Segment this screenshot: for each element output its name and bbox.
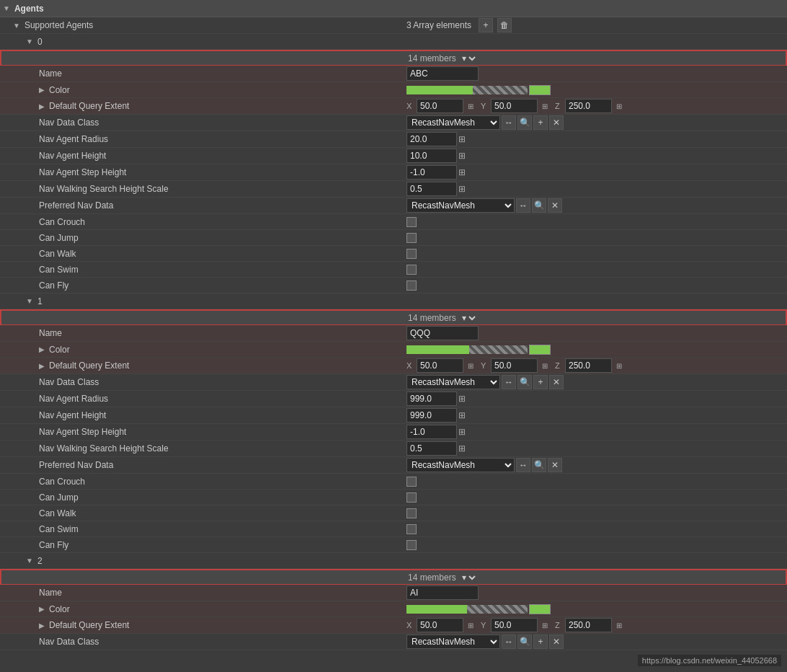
agent-0-nav-step-input[interactable] (406, 165, 457, 180)
agent-1-extent-expand-icon[interactable]: ▶ (39, 362, 45, 370)
agent-1-nav-height-expand-icon[interactable]: ⊞ (457, 410, 467, 420)
agent-2-color-swatch[interactable] (529, 604, 551, 614)
agent-0-z-input[interactable] (565, 99, 612, 113)
agent-0-nav-data-add-icon[interactable]: + (533, 115, 548, 130)
add-element-button[interactable]: + (479, 18, 493, 32)
agent-0-x-expand-icon[interactable]: ⊞ (466, 102, 475, 110)
agent-1-y-input[interactable] (491, 358, 538, 373)
agent-0-y-input[interactable] (491, 99, 538, 113)
agent-2-collapse-icon[interactable]: ▼ (26, 557, 33, 565)
agent-1-z-input[interactable] (565, 358, 612, 373)
agent-0-extent-xyz: X ⊞ Y ⊞ Z ⊞ (406, 99, 623, 113)
agent-1-can-jump-checkbox[interactable] (406, 492, 417, 503)
agent-0-nav-step-expand-icon[interactable]: ⊞ (457, 167, 467, 177)
agent-1-preferred-nav-search-icon[interactable]: 🔍 (532, 458, 546, 472)
agent-0-z-expand-icon[interactable]: ⊞ (615, 102, 623, 110)
agent-2-nav-data-class-select[interactable]: RecastNavMesh (406, 635, 500, 649)
agent-0-nav-data-class-select[interactable]: RecastNavMesh (406, 115, 500, 130)
agent-1-nav-walking-input[interactable] (406, 441, 457, 456)
agent-0-members-dropdown[interactable]: ▾ (459, 53, 478, 64)
agent-1-can-jump-row: Can Jump (0, 490, 787, 505)
supported-agents-collapse-icon[interactable]: ▼ (13, 22, 20, 30)
agent-1-y-expand-icon[interactable]: ⊞ (541, 362, 549, 370)
agent-1-can-crouch-checkbox[interactable] (406, 477, 417, 487)
agent-1-preferred-nav-clear-icon[interactable]: ✕ (548, 458, 562, 472)
agent-1-can-fly-row: Can Fly (0, 537, 787, 553)
agent-2-nav-data-search-icon[interactable]: 🔍 (517, 635, 532, 649)
agent-1-nav-radius-expand-icon[interactable]: ⊞ (457, 394, 467, 404)
agent-0-x-input[interactable] (417, 99, 463, 113)
agent-1-nav-data-arrow-icon[interactable]: ↔ (502, 375, 516, 389)
agent-2-color-expand-icon[interactable]: ▶ (39, 605, 45, 613)
agent-1-can-walk-checkbox[interactable] (406, 508, 417, 518)
agent-0-y-expand-icon[interactable]: ⊞ (541, 102, 549, 110)
agent-1-can-fly-checkbox[interactable] (406, 540, 417, 550)
agent-1-preferred-nav-select[interactable]: RecastNavMesh (406, 458, 515, 472)
agent-2-color-bar[interactable] (406, 603, 551, 616)
agent-0-color-swatch[interactable] (529, 85, 551, 95)
agent-0-can-fly-checkbox[interactable] (406, 280, 417, 291)
agent-0-color-expand-icon[interactable]: ▶ (39, 86, 45, 94)
agent-0-nav-height-expand-icon[interactable]: ⊞ (457, 151, 467, 161)
agent-1-nav-data-clear-icon[interactable]: ✕ (549, 375, 564, 389)
agent-0-preferred-nav-arrow-icon[interactable]: ↔ (516, 198, 530, 213)
agent-1-nav-data-class-select[interactable]: RecastNavMesh (406, 375, 500, 389)
agent-2-nav-data-add-icon[interactable]: + (533, 635, 548, 649)
agent-0-nav-walking-input[interactable] (406, 182, 457, 196)
agents-collapse-icon[interactable]: ▼ (3, 4, 10, 12)
agent-1-nav-walking-expand-icon[interactable]: ⊞ (457, 443, 467, 454)
agent-0-preferred-nav-select[interactable]: RecastNavMesh (406, 198, 515, 213)
agent-2-nav-data-clear-icon[interactable]: ✕ (549, 635, 564, 649)
agent-1-nav-data-search-icon[interactable]: 🔍 (517, 375, 532, 389)
agent-2-extent-label: Default Query Extent (49, 620, 129, 630)
agent-1-members-label: 14 members (408, 313, 456, 323)
agent-1-x-expand-icon[interactable]: ⊞ (466, 362, 475, 370)
agent-1-preferred-nav-arrow-icon[interactable]: ↔ (516, 458, 530, 472)
agent-1-color-bar[interactable] (406, 343, 551, 356)
agent-2-members-dropdown[interactable]: ▾ (459, 572, 478, 583)
agent-2-nav-data-arrow-icon[interactable]: ↔ (502, 635, 516, 649)
agent-1-nav-step-input[interactable] (406, 425, 457, 439)
agent-0-nav-radius-expand-icon[interactable]: ⊞ (457, 134, 467, 144)
agent-1-row: ▼ 1 (0, 293, 787, 309)
agent-0-preferred-nav-search-icon[interactable]: 🔍 (532, 198, 546, 213)
agent-0-nav-height-input[interactable] (406, 149, 457, 163)
agent-0-nav-radius-input[interactable] (406, 132, 457, 146)
agent-2-extent-expand-icon[interactable]: ▶ (39, 622, 45, 629)
agent-0-preferred-nav-clear-icon[interactable]: ✕ (548, 198, 562, 213)
agent-2-y-input[interactable] (491, 618, 538, 632)
agent-0-collapse-icon[interactable]: ▼ (26, 37, 33, 45)
agent-1-x-input[interactable] (417, 358, 463, 373)
agent-2-z-input[interactable] (565, 618, 612, 632)
agent-1-collapse-icon[interactable]: ▼ (26, 297, 33, 305)
agent-2-z-expand-icon[interactable]: ⊞ (615, 622, 623, 629)
agent-1-color-expand-icon[interactable]: ▶ (39, 345, 45, 353)
delete-element-button[interactable]: 🗑 (497, 18, 512, 32)
agent-0-nav-data-arrow-icon[interactable]: ↔ (502, 115, 516, 130)
agent-2-name-input[interactable] (406, 585, 479, 600)
agent-0-name-input[interactable] (406, 66, 479, 81)
agent-0-preferred-nav-label: Preferred Nav Data (39, 200, 113, 211)
agent-2-y-expand-icon[interactable]: ⊞ (541, 622, 549, 629)
agent-1-can-swim-checkbox[interactable] (406, 524, 417, 534)
agent-0-can-swim-checkbox[interactable] (406, 265, 417, 275)
agent-2-x-input[interactable] (417, 618, 463, 632)
agent-1-z-expand-icon[interactable]: ⊞ (615, 362, 623, 370)
agent-0-can-jump-checkbox[interactable] (406, 233, 417, 243)
agent-1-color-swatch[interactable] (529, 345, 551, 355)
agent-2-x-expand-icon[interactable]: ⊞ (466, 622, 475, 629)
agent-0-nav-data-clear-icon[interactable]: ✕ (549, 115, 564, 130)
agent-1-nav-data-add-icon[interactable]: + (533, 375, 548, 389)
agent-1-members-dropdown[interactable]: ▾ (459, 312, 478, 324)
agent-1-nav-height-input[interactable] (406, 408, 457, 423)
agent-1-can-walk-label: Can Walk (39, 508, 76, 518)
agent-0-nav-data-search-icon[interactable]: 🔍 (517, 115, 532, 130)
agent-0-can-crouch-checkbox[interactable] (406, 217, 417, 227)
agent-0-nav-walking-expand-icon[interactable]: ⊞ (457, 184, 467, 194)
agent-1-nav-radius-input[interactable] (406, 392, 457, 406)
agent-0-extent-expand-icon[interactable]: ▶ (39, 102, 45, 110)
agent-1-name-input[interactable] (406, 326, 479, 340)
agent-1-nav-step-expand-icon[interactable]: ⊞ (457, 427, 467, 437)
agent-0-can-walk-checkbox[interactable] (406, 249, 417, 259)
agent-0-color-bar[interactable] (406, 84, 551, 97)
